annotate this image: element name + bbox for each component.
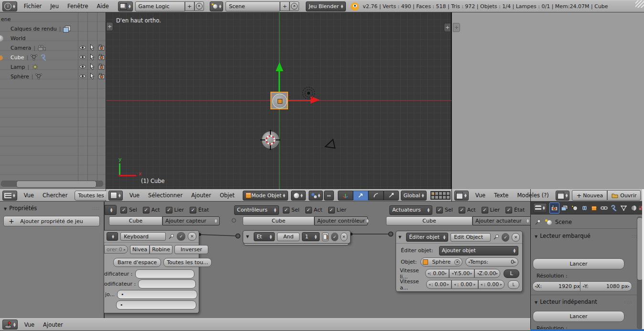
material-tab[interactable] xyxy=(629,203,638,213)
standalone-player-panel-header[interactable]: ▼Lecteur indépendant :::: xyxy=(531,297,637,306)
renderability-camera-icon[interactable] xyxy=(98,73,106,79)
pin-icon[interactable] xyxy=(168,234,174,240)
3d-viewport[interactable]: y x D'en haut ortho. (1) Cube + + xyxy=(106,12,451,189)
properties-shelf-expand-tab[interactable]: + xyxy=(444,23,451,32)
add-game-property-button[interactable]: + Ajouter propriété de jeu xyxy=(3,216,100,226)
rotate-manipulator-button[interactable] xyxy=(368,191,384,201)
camera-object[interactable] xyxy=(323,139,336,150)
sensor-name-field[interactable]: Keyboard xyxy=(120,232,166,241)
all-keys-toggle[interactable]: Toutes les tou... xyxy=(163,258,211,267)
actuator-name-field[interactable]: Edit Object xyxy=(451,233,490,242)
object-data-tab[interactable] xyxy=(619,203,629,213)
layer-cell[interactable] xyxy=(446,195,450,199)
renderability-camera-icon[interactable] xyxy=(98,54,106,60)
modifiers-tab[interactable] xyxy=(609,203,619,213)
controller-type-dropdown[interactable]: Et xyxy=(254,232,275,241)
layer-1-active[interactable] xyxy=(431,192,435,195)
visibility-eye-icon[interactable] xyxy=(79,45,86,51)
key-binding-button[interactable]: Barre d'espace xyxy=(113,258,161,267)
cube-object[interactable] xyxy=(270,92,288,109)
transform-orientation-selector[interactable]: Global xyxy=(401,191,427,201)
edit-object-actuator-block[interactable]: ▼ Éditer objet Edit Object ✓ ✕ Éditer ob… xyxy=(396,231,523,292)
manipulator-toggle-button[interactable] xyxy=(338,191,353,201)
edit-mode-dropdown[interactable]: Ajouter objet xyxy=(439,246,518,256)
angv-z-slider[interactable]: ◂: 0.00▸ xyxy=(478,280,505,289)
angv-x-slider[interactable]: ◂: 0.00▸ xyxy=(426,280,451,289)
linv-z-slider[interactable]: ◂Z:0.00▸ xyxy=(474,269,500,278)
text-editor-selector[interactable] xyxy=(454,191,469,201)
first-modifier-field[interactable] xyxy=(135,269,194,278)
text-editor-region[interactable]: + xyxy=(452,12,644,189)
embedded-resolution-x[interactable]: ◂X:1920 px▸ xyxy=(532,281,584,291)
renderability-camera-icon[interactable] xyxy=(98,44,106,50)
menu-ajouter[interactable]: Ajouter xyxy=(187,192,215,199)
controller-collapse-triangle[interactable]: ▼ xyxy=(246,235,249,239)
add-layout-button[interactable]: + xyxy=(185,1,194,11)
manipulator-x-arrow[interactable] xyxy=(288,100,311,101)
layer-cell[interactable] xyxy=(431,195,435,199)
menu-vue[interactable]: Vue xyxy=(20,321,39,328)
info-editor-selector[interactable]: i xyxy=(2,1,17,11)
screen-layout-name[interactable]: Game Logic xyxy=(135,1,185,11)
manipulate-center-points-toggle[interactable]: ⇔ xyxy=(324,191,333,201)
and-controller-block[interactable]: ▼ Et And 1 ✓ ✕ xyxy=(243,230,351,244)
engine-selector[interactable]: Jeu Blender xyxy=(306,1,346,11)
menu-ajouter[interactable]: Ajouter xyxy=(39,321,67,328)
layer-cell[interactable] xyxy=(435,192,439,195)
actuator-collapse-triangle[interactable]: ▼ xyxy=(398,235,401,239)
standalone-launch-button[interactable]: Lancer xyxy=(533,311,624,322)
skip-frequency-slider[interactable]: orer:0▸ xyxy=(104,245,128,254)
toolshelf-expand-tab[interactable]: + xyxy=(106,22,113,31)
text-properties-expand-tab[interactable]: + xyxy=(453,23,460,32)
controller-active-toggle[interactable]: ✓ xyxy=(331,233,338,241)
delete-layout-button[interactable]: ✕ xyxy=(194,1,204,11)
angv-local-toggle[interactable]: L xyxy=(508,280,519,289)
manipulator-y-arrow[interactable] xyxy=(279,71,280,93)
layer-cell[interactable] xyxy=(435,195,439,199)
delete-scene-button[interactable]: ✕ xyxy=(290,1,299,11)
embedded-launch-button[interactable]: Lancer xyxy=(533,258,624,269)
menu-vue[interactable]: Vue xyxy=(125,192,144,199)
3dview-editor-selector[interactable] xyxy=(108,191,123,201)
manipulator-y-arrowhead[interactable] xyxy=(276,62,283,71)
selectability-cursor-icon[interactable] xyxy=(90,73,97,78)
layer-cell[interactable] xyxy=(446,192,450,195)
linv-x-slider[interactable]: ◂: 0.00▸ xyxy=(425,269,450,278)
actuator-delete-button[interactable]: ✕ xyxy=(512,233,520,242)
clear-object-icon[interactable]: ✕ xyxy=(454,259,460,265)
embedded-resolution-y[interactable]: ◂Y:1080 px▸ xyxy=(580,281,632,291)
object-tab[interactable] xyxy=(590,203,599,213)
sensor-active-toggle[interactable]: ✓ xyxy=(177,232,185,241)
controller-delete-button[interactable]: ✕ xyxy=(341,233,347,241)
controller-name-field[interactable]: And xyxy=(277,233,300,241)
logic-editor-selector[interactable] xyxy=(2,320,18,330)
scene-name[interactable]: Scene xyxy=(225,1,280,11)
render-tab[interactable] xyxy=(549,203,560,214)
actuator-active-toggle[interactable]: ✓ xyxy=(502,233,510,242)
logic-editor-canvas[interactable]: Sel Act Lier État Cube Ajouter capteur C… xyxy=(105,202,530,318)
pin-icon[interactable] xyxy=(535,219,541,225)
menu-texte[interactable]: Texte xyxy=(490,192,513,199)
visibility-eye-icon[interactable] xyxy=(79,64,86,70)
renderability-camera-icon[interactable] xyxy=(98,64,106,69)
selectability-cursor-icon[interactable] xyxy=(90,44,97,50)
menu-fenetre[interactable]: Fenêtre xyxy=(63,3,92,10)
translate-manipulator-button[interactable] xyxy=(353,191,368,201)
menu-objet[interactable]: Objet xyxy=(215,192,239,199)
layer-cell[interactable] xyxy=(439,195,442,199)
world-tab[interactable] xyxy=(580,203,589,213)
menu-chercher[interactable]: Chercher xyxy=(38,192,72,199)
controller-state-stepper[interactable]: 1 xyxy=(302,232,320,241)
outliner-row-renderlayers[interactable]: Calques de rendu | xyxy=(0,24,106,33)
menu-vue[interactable]: Vue xyxy=(471,192,490,199)
selectability-cursor-icon[interactable] xyxy=(90,53,97,59)
outliner-row-world[interactable]: World xyxy=(0,33,106,43)
menu-jeu[interactable]: Jeu xyxy=(46,3,63,10)
visibility-eye-icon[interactable] xyxy=(79,54,86,60)
invert-toggle[interactable]: Inverser xyxy=(174,245,208,254)
embedded-player-panel-header[interactable]: ▼Lecteur embarqué :::: xyxy=(531,229,644,240)
window-resize-grip[interactable] xyxy=(635,0,644,8)
scale-manipulator-button[interactable] xyxy=(384,191,399,201)
sensor-delete-button[interactable]: ✕ xyxy=(188,232,196,241)
game-properties-panel-header[interactable]: ▼Propriétés :::: xyxy=(0,202,104,214)
